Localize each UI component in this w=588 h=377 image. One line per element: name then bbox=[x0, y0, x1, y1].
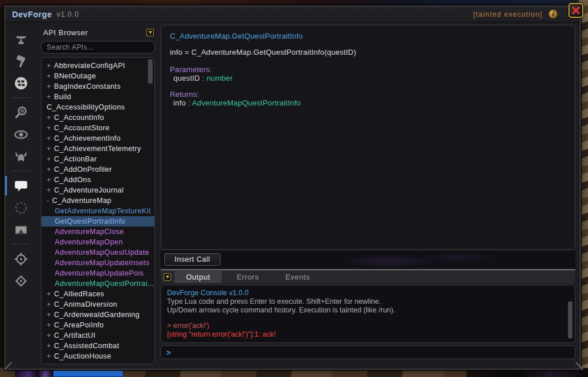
console-line-echo: > error('ack!') bbox=[167, 322, 567, 330]
tree-item[interactable]: +AbbreviateConfigAPI bbox=[41, 61, 154, 71]
tree-item[interactable]: +C_AreaPoiInfo bbox=[41, 320, 154, 330]
tree-expander[interactable]: + bbox=[47, 330, 51, 341]
console-line-title: DevForge Console v1.0.0 bbox=[167, 289, 567, 297]
tree-expander[interactable]: + bbox=[47, 61, 51, 71]
parameters-label: Parameters: bbox=[170, 65, 566, 74]
picture-icon bbox=[13, 222, 29, 237]
tree-item[interactable]: GetAdventureMapTextureKit bbox=[41, 206, 154, 216]
tree-item[interactable]: +C_ArdenwealdGardening bbox=[41, 310, 154, 320]
tree-expander[interactable]: + bbox=[47, 351, 51, 361]
tree-item[interactable]: +C_AccountInfo bbox=[41, 112, 154, 123]
tab-output[interactable]: Output bbox=[174, 271, 222, 283]
console-scrollbar-thumb[interactable] bbox=[568, 301, 572, 338]
tree-item[interactable]: +Build bbox=[41, 92, 154, 102]
title-bar[interactable]: DevForge v1.0.0 [tainted execution] bbox=[5, 6, 580, 22]
collapse-panel-button[interactable] bbox=[146, 29, 154, 36]
info-icon[interactable] bbox=[548, 9, 558, 19]
tree-item[interactable]: -C_AdventureMap bbox=[41, 195, 154, 206]
tree-expander[interactable]: + bbox=[47, 310, 51, 320]
tree-item[interactable]: +C_AnimaDiversion bbox=[41, 299, 154, 310]
sidebar-item-eye[interactable] bbox=[9, 124, 32, 145]
tree-item[interactable]: +C_AchievementTelemetry bbox=[41, 144, 154, 154]
parameters-list: questID : number bbox=[170, 74, 566, 82]
tree-expander[interactable]: - bbox=[47, 195, 50, 206]
console-output[interactable]: DevForge Console v1.0.0Type Lua code and… bbox=[161, 285, 575, 343]
sidebar-item-crosshair[interactable] bbox=[9, 248, 32, 269]
tree-expander[interactable]: + bbox=[47, 320, 51, 330]
tree-item[interactable]: +BagIndexConstants bbox=[41, 81, 154, 92]
tree-expander[interactable]: + bbox=[47, 92, 51, 102]
tree-expander[interactable]: + bbox=[47, 289, 51, 299]
console-line-error: [string "return error('ack!')"]:1: ack! bbox=[167, 330, 567, 339]
collapse-console-button[interactable] bbox=[164, 273, 171, 281]
tree-item[interactable]: AdventureMapOpen bbox=[41, 237, 154, 247]
sidebar-item-anvil[interactable] bbox=[9, 29, 32, 50]
tree-expander[interactable]: + bbox=[47, 175, 51, 185]
api-browser-header: API Browser bbox=[41, 26, 155, 39]
sidebar-item-keyboard[interactable] bbox=[9, 73, 32, 93]
tree-expander[interactable]: + bbox=[47, 185, 51, 195]
devforge-window: DevForge v1.0.0 [tainted execution] API … bbox=[5, 6, 581, 370]
screen: { "window": { "title": "DevForge", "vers… bbox=[0, 0, 588, 377]
sidebar-item-wreath[interactable] bbox=[9, 197, 32, 218]
sidebar-item-speech-bubble[interactable] bbox=[9, 175, 32, 196]
tree-item[interactable]: AdventureMapQuestPortrai... bbox=[41, 278, 154, 289]
sidebar-item-helmet[interactable] bbox=[9, 146, 32, 167]
tree-item[interactable]: +C_AdventureJournal bbox=[41, 185, 154, 195]
close-button[interactable] bbox=[568, 3, 583, 18]
tree-item[interactable]: +C_AlliedRaces bbox=[41, 289, 154, 299]
tree-item[interactable]: +C_AchievementInfo bbox=[41, 133, 154, 144]
tree-item[interactable]: AdventureMapQuestUpdate bbox=[41, 247, 154, 258]
spyglass-icon bbox=[13, 105, 29, 120]
speech-bubble-icon bbox=[13, 178, 29, 194]
tree-expander[interactable]: + bbox=[47, 341, 51, 351]
tab-events[interactable]: Events bbox=[274, 271, 321, 283]
doc-parameters-block: Parameters: questID : number bbox=[170, 65, 566, 82]
tree-item[interactable]: AdventureMapClose bbox=[41, 227, 154, 237]
tree-item[interactable]: +C_ActionBar bbox=[41, 154, 154, 164]
tree-expander[interactable]: + bbox=[47, 299, 51, 310]
tree-item[interactable]: +C_ArtifactUI bbox=[41, 330, 154, 341]
tree-item[interactable]: AdventureMapUpdateInsets bbox=[41, 258, 154, 268]
tree-item[interactable]: +C_AccountStore bbox=[41, 123, 154, 133]
diamond-icon bbox=[13, 273, 29, 289]
sidebar-item-diamond[interactable] bbox=[9, 270, 32, 291]
tree-item[interactable]: C_AccessibilityOptions bbox=[41, 102, 154, 112]
eye-icon bbox=[13, 127, 29, 142]
sidebar-item-picture[interactable] bbox=[9, 219, 32, 240]
sidebar-item-spyglass[interactable] bbox=[9, 102, 32, 123]
game-chat-editbox bbox=[53, 370, 123, 377]
right-column: C_AdventureMap.GetQuestPortraitInfo info… bbox=[157, 22, 580, 369]
doc-returns-block: Returns: info : AdventureMapQuestPortrai… bbox=[170, 90, 566, 107]
doc-signature: info = C_AdventureMap.GetQuestPortraitIn… bbox=[170, 48, 566, 56]
insert-call-button[interactable]: Insert Call bbox=[164, 253, 221, 266]
search-input[interactable] bbox=[41, 41, 155, 54]
tree-scrollbar-thumb[interactable] bbox=[148, 59, 153, 84]
console-input[interactable] bbox=[174, 348, 570, 356]
tree-item[interactable]: +C_AddOns bbox=[41, 175, 154, 185]
sidebar-item-hammer[interactable] bbox=[9, 51, 32, 71]
tab-errors[interactable]: Errors bbox=[225, 271, 270, 283]
tree-item[interactable]: AdventureMapUpdatePois bbox=[41, 268, 154, 278]
tree-expander[interactable]: + bbox=[47, 133, 51, 144]
tree-expander[interactable]: + bbox=[47, 112, 51, 123]
doc-field: questID : number bbox=[170, 74, 566, 82]
field-colon: : bbox=[202, 74, 204, 82]
tree-expander[interactable]: + bbox=[47, 81, 51, 92]
tree-item[interactable]: GetQuestPortraitInfo bbox=[41, 216, 154, 227]
tree-expander[interactable]: + bbox=[47, 144, 51, 154]
tree-expander[interactable]: + bbox=[47, 164, 51, 175]
tree-expander[interactable]: + bbox=[47, 154, 51, 164]
tree-item[interactable]: +C_AddOnProfiler bbox=[41, 164, 154, 175]
tree-item[interactable]: +C_AuctionHouse bbox=[41, 351, 154, 361]
keyboard-icon bbox=[13, 76, 29, 91]
console-input-row[interactable]: > bbox=[161, 345, 575, 359]
tree-item[interactable]: +BNetOutage bbox=[41, 71, 154, 81]
tree-item[interactable]: +C_AssistedCombat bbox=[41, 341, 154, 351]
tree-expander[interactable]: + bbox=[47, 123, 51, 133]
api-doc-panel: C_AdventureMap.GetQuestPortraitInfo info… bbox=[161, 25, 575, 250]
tree-expander[interactable]: + bbox=[47, 71, 51, 81]
game-character-art bbox=[15, 369, 53, 377]
returns-list: info : AdventureMapQuestPortraitInfo bbox=[170, 99, 566, 107]
console-line-info: Type Lua code and press Enter to execute… bbox=[167, 297, 567, 306]
